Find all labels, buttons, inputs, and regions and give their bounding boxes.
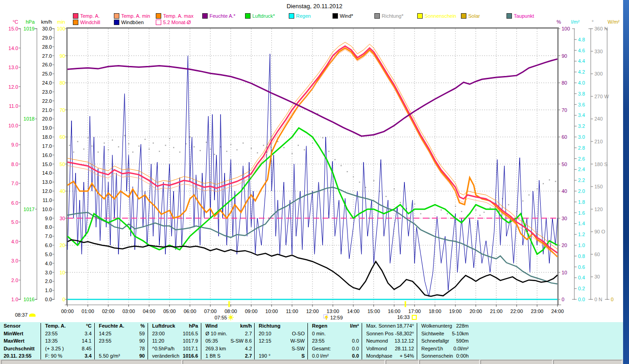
- time-label: 19:00: [449, 308, 462, 314]
- time-label: 07:00: [204, 308, 217, 314]
- legend-label: Sonnenschein: [424, 13, 456, 19]
- table-cell: 0.0l/m²: [453, 345, 470, 353]
- sunrise-marker: 07:55: [215, 314, 235, 320]
- legend-item-solar: Solar: [461, 13, 480, 19]
- legend-swatch-icon: [202, 13, 208, 19]
- axis-tick-label-degC: 1.0: [11, 297, 18, 302]
- time-label: 09:00: [245, 308, 258, 314]
- table-cell: 20.11. 23:55: [1, 352, 31, 360]
- axis-tick-label-pct: 80: [562, 80, 567, 86]
- axis-tick-label-pct: 10: [562, 270, 567, 275]
- scatter-dot-richtung: [490, 207, 491, 208]
- table-cell: 2.7: [245, 352, 254, 360]
- table-cell: -58,302°: [395, 330, 416, 338]
- table-row: LuftdruckhPa: [149, 322, 200, 330]
- legend-label: Temp. A.: [80, 13, 100, 19]
- table-cell: S-SW: [291, 345, 307, 353]
- legend-swatch-icon: [332, 13, 338, 19]
- axis-tick-label-pct: 50: [562, 162, 567, 167]
- table-cell: veränderlich: [149, 352, 179, 360]
- scatter-dot-richtung: [263, 145, 264, 146]
- axis-unit-min: min: [57, 19, 65, 25]
- axis-tick-label-degC: 14.0: [9, 46, 18, 51]
- table-col-luftdruck: LuftdruckhPa23:001016.511:201017.9^0.5hP…: [149, 322, 200, 360]
- table-col-temp: Temp. A.°C23:553.413:3514.1(+ 3.25 )8.45…: [42, 322, 93, 360]
- table-cell: S: [302, 352, 307, 360]
- axis-tick-label-deg: 240: [594, 116, 603, 121]
- table-row: Sensor: [1, 322, 40, 330]
- axis-tick-label-deg: 150: [594, 184, 603, 189]
- scatter-dot-richtung: [400, 202, 401, 203]
- table-row: Windkm/h: [203, 322, 254, 330]
- legend-label: Temp. A. min: [121, 13, 150, 19]
- scatter-dot-richtung: [108, 149, 109, 150]
- scatter-dot-richtung: [476, 209, 476, 210]
- legend-item-taupunkt: Taupunkt: [506, 13, 534, 19]
- table-cell: Ø 10 min.: [203, 330, 227, 338]
- legend-label: Temp. A. max: [163, 13, 194, 19]
- table-cell: 1017.9: [183, 337, 200, 345]
- legend-swatch-icon: [73, 20, 78, 25]
- scatter-dot-richtung: [328, 151, 329, 152]
- table-row: (+ 3.25 )8.45: [42, 345, 93, 353]
- gust-arrow-icon: [323, 314, 329, 320]
- table-row: Sichtweite5-10km: [419, 330, 470, 338]
- axis-tick-label-degC: 10.0: [9, 123, 18, 128]
- legend-item-temp-a-: Temp. A.: [73, 13, 100, 19]
- scatter-dot-richtung: [73, 152, 74, 152]
- axis-tick-label-degC: 12.0: [9, 84, 18, 90]
- legend-item-5-2-monat-: 5.2 Monat-Ø: [156, 20, 191, 25]
- table-row: Durchschnitt: [1, 345, 40, 353]
- table-cell: Sonnenschein: [419, 352, 453, 360]
- legend-swatch-icon: [506, 13, 512, 19]
- scatter-dot-richtung: [480, 215, 481, 216]
- table-col-richtung: Richtung20:10O-SO12:15W-SWS-SW190 °S: [256, 322, 307, 360]
- axis-tick-label-kmh: 28.0: [42, 44, 52, 50]
- scatter-dot-richtung: [148, 148, 149, 149]
- table-cell: 78: [139, 345, 147, 353]
- table-row: F: 90 %3.4: [42, 352, 93, 360]
- table-cell: 5-10km: [452, 330, 470, 338]
- table-row: 23:5590: [96, 337, 147, 345]
- table-cell: 13.12.12: [394, 337, 416, 345]
- table-row: 20.11. 23:55: [1, 352, 40, 360]
- table-cell: 1016.5: [183, 330, 200, 338]
- axis-tick-label-deg: 180 S: [594, 162, 608, 167]
- table-cell: 269.3 km: [203, 345, 226, 353]
- axis-tick-label-degC: 2.0: [11, 278, 18, 283]
- table-row: Schneefallgr590m: [419, 337, 470, 345]
- table-col-astro: Max. Sonnen18,774°Sonnen Pos-58,302°Neum…: [363, 322, 416, 360]
- scatter-dot-richtung: [77, 141, 78, 142]
- axis-tick-label-lm2: 4.4: [578, 58, 585, 64]
- table-col-feuchte: Feuchte A.%14:255923:5590785.50 g/m³90: [96, 322, 147, 360]
- axis-tick-label-kmh: 4.0: [45, 261, 52, 266]
- time-label: 21:00: [490, 308, 503, 314]
- scatter-dot-richtung: [353, 177, 354, 177]
- scatter-dot-richtung: [257, 152, 258, 153]
- sensor-summary-table: SensorMinWertMaxWertDurchschnitt20.11. 2…: [0, 321, 623, 360]
- table-row: 269.3 km4.2: [203, 345, 254, 353]
- scatter-dot-richtung: [236, 149, 237, 150]
- scatter-dot-richtung: [97, 152, 98, 152]
- sun-event-tick: [228, 301, 230, 307]
- sunset-square-icon: [412, 315, 417, 320]
- axis-tick-label-degC: 4.0: [11, 239, 18, 244]
- table-cell: 2.7: [245, 330, 254, 338]
- legend-swatch-icon: [114, 13, 119, 19]
- sun-event-tick: [404, 301, 406, 307]
- scatter-dot-richtung: [104, 142, 105, 143]
- status-bar-segment: [183, 360, 385, 364]
- scatter-dot-richtung: [508, 204, 509, 205]
- axis-tick-label-lm2: 4.6: [578, 48, 585, 53]
- time-label: 03:00: [123, 308, 135, 314]
- legend-item-wind-: Wind*: [332, 13, 353, 19]
- table-cell: Wolkenunterg: [419, 322, 452, 330]
- axis-tick-label-deg: 210: [594, 139, 603, 144]
- table-cell: [38, 322, 40, 330]
- scatter-dot-richtung: [385, 196, 386, 197]
- table-cell: 0.0: [352, 352, 361, 360]
- axis-tick-label-min: 20: [60, 243, 65, 248]
- table-cell: [38, 330, 40, 338]
- scatter-dot-richtung: [179, 152, 180, 152]
- scatter-dot-richtung: [230, 144, 231, 145]
